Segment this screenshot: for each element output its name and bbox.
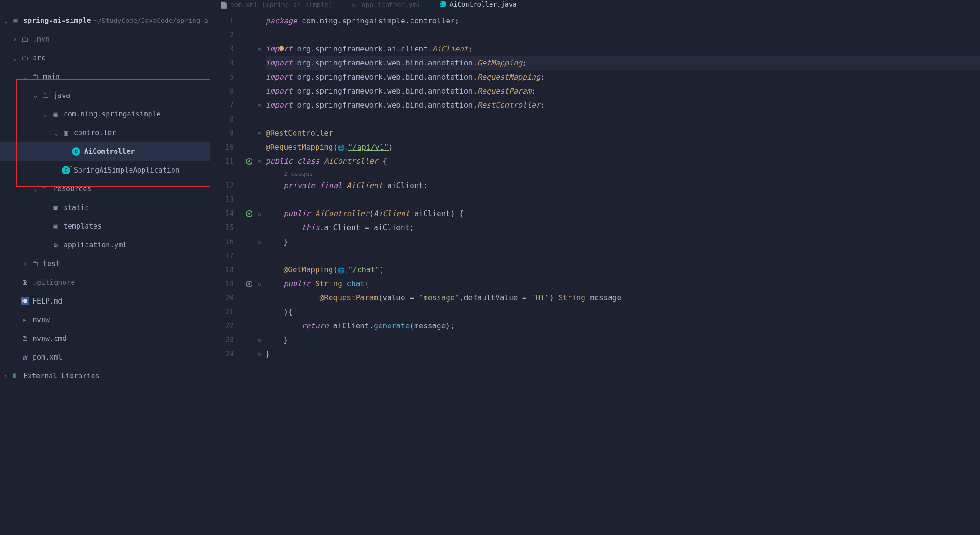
chevron-down-icon[interactable]: ⌄	[42, 110, 50, 118]
tree-item-resources[interactable]: ⌄ 🗀 resources	[0, 180, 210, 198]
tree-item-static[interactable]: · ▣ static	[0, 198, 210, 217]
tree-item-mvnwcmd[interactable]: · 🗎 mvnw.cmd	[0, 329, 210, 348]
tree-label: test	[43, 260, 60, 268]
line-number[interactable]: 2	[210, 28, 234, 42]
fold-marker[interactable]: ⊟	[255, 277, 264, 291]
code-editor[interactable]: 1 2 3 4 5 6 7 8 9 10 11 12 13 14 15 16 1…	[210, 9, 980, 535]
spring-bean-icon[interactable]	[246, 158, 252, 165]
tree-label: HELP.md	[33, 297, 62, 305]
tab-label: pom.xml (spring-ai-simple)	[230, 1, 332, 8]
tree-label: main	[43, 72, 60, 81]
line-number[interactable]: 17	[210, 249, 234, 263]
runnable-class-icon: C	[62, 166, 70, 174]
tree-label: resources	[53, 185, 91, 193]
chevron-down-icon[interactable]: ⌄	[32, 92, 39, 99]
tree-item-package[interactable]: ⌄ ▣ com.ning.springaisimple	[0, 105, 210, 123]
line-number[interactable]: 18	[210, 263, 234, 277]
tree-item-mvn[interactable]: › 🗀 .mvn	[0, 30, 210, 49]
line-number[interactable]: 14	[210, 207, 234, 221]
tab-yml[interactable]: ⚙ application.yml	[346, 0, 425, 9]
line-number[interactable]: 6	[210, 84, 234, 98]
tree-item-pom[interactable]: · m pom.xml	[0, 348, 210, 367]
tree-item-src[interactable]: ⌄ 🗀 src	[0, 49, 210, 67]
tree-label: AiController	[84, 147, 135, 156]
tree-label: static	[64, 203, 89, 212]
chevron-right-icon[interactable]: ›	[11, 36, 19, 43]
warning-dot-icon[interactable]	[279, 46, 284, 51]
chevron-down-icon[interactable]: ⌄	[52, 129, 60, 137]
tree-label: SpringAiSimpleApplication	[74, 166, 180, 174]
chevron-down-icon[interactable]: ⌄	[2, 17, 9, 24]
tree-item-helpmd[interactable]: · MD HELP.md	[0, 292, 210, 311]
line-number[interactable]: 5	[210, 70, 234, 84]
chevron-down-icon[interactable]: ⌄	[32, 185, 39, 193]
line-number[interactable]: 19	[210, 277, 234, 291]
line-number[interactable]: 16	[210, 235, 234, 249]
chevron-down-icon[interactable]: ⌄	[22, 73, 29, 80]
tab-label: AiController.java	[450, 0, 517, 8]
autowire-icon[interactable]	[246, 210, 252, 217]
line-number[interactable]: 23	[210, 333, 234, 347]
line-number[interactable]: 7	[210, 98, 234, 112]
fold-marker[interactable]: ⊟	[255, 207, 264, 221]
line-number[interactable]: 20	[210, 291, 234, 305]
chevron-down-icon[interactable]: ⌄	[11, 54, 19, 62]
tree-label: src	[33, 54, 45, 62]
tree-root[interactable]: ⌄ ▣ spring-ai-simple ~/StudyCode/JavaCod…	[0, 11, 210, 30]
tree-label: spring-ai-simple	[23, 16, 91, 25]
line-number[interactable]: 12	[210, 179, 234, 193]
line-number[interactable]: 3	[210, 42, 234, 56]
chevron-right-icon[interactable]: ›	[2, 372, 9, 380]
tree-item-main[interactable]: ⌄ 🗀 main	[0, 67, 210, 86]
tree-label: .mvn	[33, 35, 50, 43]
yaml-icon: ⚙	[51, 241, 60, 249]
line-number[interactable]: 24	[210, 347, 234, 361]
tree-item-aicontroller[interactable]: · C AiController	[0, 142, 210, 161]
folder-icon: ▣	[51, 203, 60, 212]
tree-item-mvnw[interactable]: · ▸ mvnw	[0, 311, 210, 329]
usages-hint[interactable]: 2 usages	[284, 170, 313, 177]
line-number[interactable]: 10	[210, 140, 234, 154]
fold-marker[interactable]: ⊟	[255, 235, 264, 249]
fold-marker[interactable]: ⊟	[255, 347, 264, 361]
folder-icon: 🗀	[21, 35, 29, 43]
folder-icon: 🗀	[31, 260, 39, 268]
tree-item-templates[interactable]: · ▣ templates	[0, 217, 210, 236]
line-number[interactable]: 15	[210, 221, 234, 235]
tree-item-gitignore[interactable]: · 🗎 .gitignore	[0, 273, 210, 292]
tree-item-extlib[interactable]: › ⊪ External Libraries	[0, 367, 210, 385]
folder-icon: 🗀	[31, 72, 39, 81]
line-number[interactable]: 8	[210, 112, 234, 126]
line-number[interactable]: 11	[210, 154, 234, 168]
line-number[interactable]: 4	[210, 56, 234, 70]
fold-marker[interactable]: ⊟	[255, 333, 264, 347]
library-icon: ⊪	[11, 372, 20, 380]
tree-item-test[interactable]: › 🗀 test	[0, 254, 210, 273]
project-tree[interactable]: ⌄ ▣ spring-ai-simple ~/StudyCode/JavaCod…	[0, 9, 210, 535]
fold-gutter: ⊟ ⊟ ⊟ ⊟ ⊟ ⊟ ⊟ ⊟ ⊟	[255, 9, 264, 535]
line-number[interactable]: 13	[210, 193, 234, 207]
line-number[interactable]: 9	[210, 126, 234, 140]
fold-marker[interactable]: ⊟	[255, 42, 264, 56]
tab-aicontroller[interactable]: C AiController.java	[435, 0, 521, 9]
code-content[interactable]: package com.ning.springaisimple.controll…	[264, 9, 980, 535]
line-number[interactable]: 22	[210, 319, 234, 333]
endpoint-icon[interactable]	[246, 281, 252, 287]
chevron-right-icon[interactable]: ›	[22, 260, 29, 268]
tree-item-application[interactable]: · C SpringAiSimpleApplication	[0, 161, 210, 180]
editor-tabs: 📄 pom.xml (spring-ai-simple) ⚙ applicati…	[0, 0, 980, 9]
file-icon: 🗎	[21, 334, 29, 343]
fold-marker[interactable]: ⊟	[255, 126, 264, 140]
tab-pom[interactable]: 📄 pom.xml (spring-ai-simple)	[215, 0, 337, 9]
yaml-icon: ⚙	[351, 1, 358, 8]
script-icon: ▸	[21, 316, 29, 324]
class-icon: C	[440, 1, 446, 7]
line-number[interactable]: 21	[210, 305, 234, 319]
tree-item-java[interactable]: ⌄ 🗀 java	[0, 86, 210, 105]
fold-marker[interactable]: ⊟	[255, 98, 264, 112]
line-number[interactable]: 1	[210, 14, 234, 28]
tree-item-appyml[interactable]: · ⚙ application.yml	[0, 236, 210, 254]
tree-item-controller[interactable]: ⌄ ▣ controller	[0, 123, 210, 142]
tree-label: pom.xml	[33, 353, 62, 361]
fold-marker[interactable]: ⊟	[255, 154, 264, 168]
